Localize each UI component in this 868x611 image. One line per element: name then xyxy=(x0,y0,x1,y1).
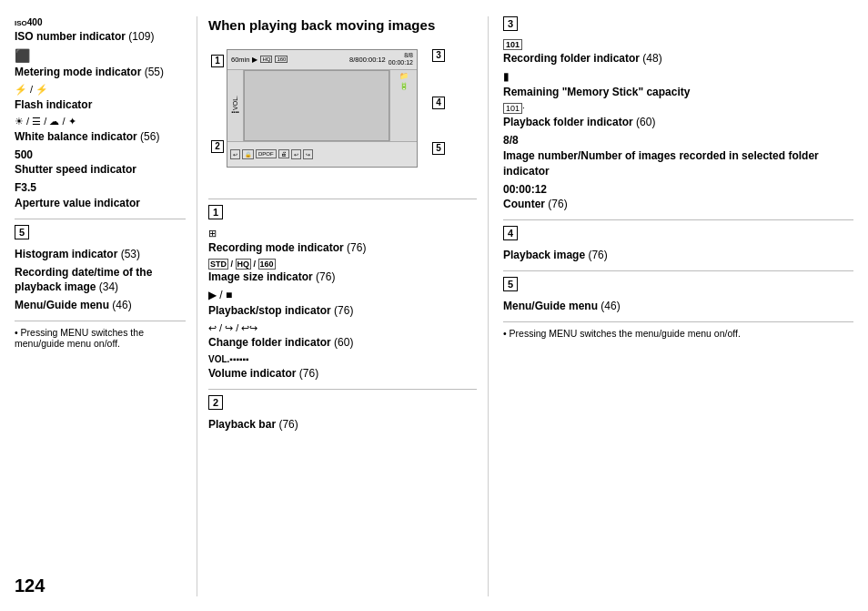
cam-image-count: 8/800:00:12 xyxy=(389,52,413,66)
change-folder-row: ↩ / ↪ / ↩↪ Change folder indicator (60) xyxy=(208,321,477,351)
camera-screen: 60min ▶ HQ 160 8/800:00:12 8/800:00:12 V… xyxy=(227,49,418,168)
rec-folder-icon: 101 xyxy=(503,38,853,51)
cam-60min: 60min xyxy=(231,56,249,64)
wb-label: White balance indicator (56) xyxy=(15,129,186,145)
left-section5: 5 Histogram indicator (53) Recording dat… xyxy=(15,225,186,313)
num-label-5: 5 xyxy=(432,142,445,155)
iso-icon: ISO400 xyxy=(15,16,186,29)
image-number-icon: 8/8 xyxy=(503,133,853,148)
flash-label: Flash indicator xyxy=(15,97,186,113)
cam-top-bar: 60min ▶ HQ 160 8/800:00:12 8/800:00:12 xyxy=(227,50,417,70)
image-number-row: 8/8 Image number/Number of images record… xyxy=(503,133,853,178)
playback-stop-icon: ▶ / ■ xyxy=(208,288,477,303)
menu-guide-row-left: Menu/Guide menu (46) xyxy=(15,298,186,313)
section-num-3-right: 3 xyxy=(503,16,518,31)
mid-column: When playing back moving images 60min ▶ … xyxy=(197,16,488,596)
histogram-row: Histogram indicator (53) xyxy=(15,247,186,262)
section-title: When playing back moving images xyxy=(208,16,477,35)
cam-folder-icon: 📁 xyxy=(399,72,409,80)
wb-icon: ☀ / ☰ / ☁ / ✦ xyxy=(15,115,186,128)
flash-indicator-row: ⚡ / ⚡ Flash indicator xyxy=(15,83,186,112)
memory-stick-row: ▮ Remaining "Memory Stick" capacity xyxy=(503,69,853,100)
cam-160: 160 xyxy=(275,56,288,63)
counter-row: 00:00:12 Counter (76) xyxy=(503,182,853,213)
cam-right-panel: 📁 🔋 xyxy=(389,70,417,141)
section-num-2-mid: 2 xyxy=(208,395,223,410)
num-label-2: 2 xyxy=(211,140,224,153)
cam-counter-display: 8/800:00:12 xyxy=(349,56,386,64)
right-section5: 5 Menu/Guide menu (46) xyxy=(503,277,853,314)
cam-btn4: ↩ xyxy=(291,149,301,159)
shutter-icon: 500 xyxy=(15,148,186,163)
playback-folder-icon: 101· xyxy=(503,102,853,115)
recording-mode-row: ⊞ Recording mode indicator (76) xyxy=(208,227,477,256)
left-note: • Pressing MENU switches the menu/guide … xyxy=(15,327,186,349)
aperture-icon: F3.5 xyxy=(15,180,186,196)
volume-icon: VOL.▪▪▪▪▪▪ xyxy=(208,353,477,366)
cam-btn1: ↩ xyxy=(230,149,240,159)
playback-image-row: Playback image (76) xyxy=(503,248,853,263)
camera-diagram-container: 60min ▶ HQ 160 8/800:00:12 8/800:00:12 V… xyxy=(208,42,445,188)
volume-row: VOL.▪▪▪▪▪▪ Volume indicator (76) xyxy=(208,353,477,382)
aperture-label: Aperture value indicator xyxy=(15,196,186,211)
cam-btn5: ↪ xyxy=(303,149,313,159)
playback-stop-row: ▶ / ■ Playback/stop indicator (76) xyxy=(208,288,477,319)
cam-bottom-bar: ↩ 🔒 DPOF 🖨 ↩ ↪ xyxy=(227,141,417,167)
rec-folder-row: 101 Recording folder indicator (48) xyxy=(503,38,853,66)
cam-battery-icon: 🔋 xyxy=(399,82,409,90)
cam-play-icon: ▶ xyxy=(252,56,257,64)
left-column: ISO400 ISO number indicator (109) ⬛ Mete… xyxy=(15,16,197,596)
shutter-indicator-row: 500 Shutter speed indicator xyxy=(15,148,186,178)
cam-image-area xyxy=(244,70,389,141)
left-top-indicators: ISO400 ISO number indicator (109) ⬛ Mete… xyxy=(15,16,186,211)
change-folder-icon: ↩ / ↪ / ↩↪ xyxy=(208,321,477,335)
section-num-4-right: 4 xyxy=(503,226,518,240)
recording-datetime-row: Recording date/time of the playback imag… xyxy=(15,265,186,296)
cam-vol-bar: VOL. ▪▪▪▪ xyxy=(227,70,244,141)
battery-icon: ▮ xyxy=(503,69,853,85)
mid-section2: 2 Playback bar (76) xyxy=(208,395,477,433)
num-label-1: 1 xyxy=(211,55,224,67)
right-column: 3 101 Recording folder indicator (48) ▮ … xyxy=(488,16,853,596)
section-num-5-left: 5 xyxy=(15,225,29,239)
image-size-icon: STD / HQ / 160 xyxy=(208,259,477,270)
num-label-4: 4 xyxy=(432,97,445,109)
metering-icon: ⬛ xyxy=(15,47,186,66)
playback-folder-row: 101· Playback folder indicator (60) xyxy=(503,102,853,130)
cam-dpof: DPOF xyxy=(256,149,277,158)
aperture-indicator-row: F3.5 Aperture value indicator xyxy=(15,180,186,211)
metering-label: Metering mode indicator (55) xyxy=(15,65,186,80)
section-num-5-right: 5 xyxy=(503,277,518,291)
image-size-row: STD / HQ / 160 Image size indicator (76) xyxy=(208,259,477,285)
right-note: • Pressing MENU switches the menu/guide … xyxy=(503,328,853,339)
iso-indicator-row: ISO400 ISO number indicator (109) xyxy=(15,16,186,45)
cam-btn3: 🖨 xyxy=(278,149,289,158)
counter-icon: 00:00:12 xyxy=(503,182,853,198)
cam-hq: HQ xyxy=(260,56,272,63)
shutter-label: Shutter speed indicator xyxy=(15,162,186,178)
num-label-3: 3 xyxy=(432,49,445,62)
white-balance-indicator-row: ☀ / ☰ / ☁ / ✦ White balance indicator (5… xyxy=(15,115,186,144)
section-num-1-mid: 1 xyxy=(208,205,223,219)
cam-btn2: 🔒 xyxy=(242,149,254,159)
playback-bar-row: Playback bar (76) xyxy=(208,417,477,433)
menu-guide-row-right: Menu/Guide menu (46) xyxy=(503,299,853,314)
right-section3: 3 101 Recording folder indicator (48) ▮ … xyxy=(503,16,853,212)
page-container: ISO400 ISO number indicator (109) ⬛ Mete… xyxy=(0,0,868,611)
right-section4: 4 Playback image (76) xyxy=(503,226,853,263)
mid-section1: 1 ⊞ Recording mode indicator (76) STD / … xyxy=(208,205,477,382)
metering-indicator-row: ⬛ Metering mode indicator (55) xyxy=(15,47,186,80)
iso-label: ISO number indicator (109) xyxy=(15,29,186,45)
page-number: 124 xyxy=(15,575,45,596)
flash-icon: ⚡ / ⚡ xyxy=(15,83,186,97)
recording-mode-icon: ⊞ xyxy=(208,227,477,240)
